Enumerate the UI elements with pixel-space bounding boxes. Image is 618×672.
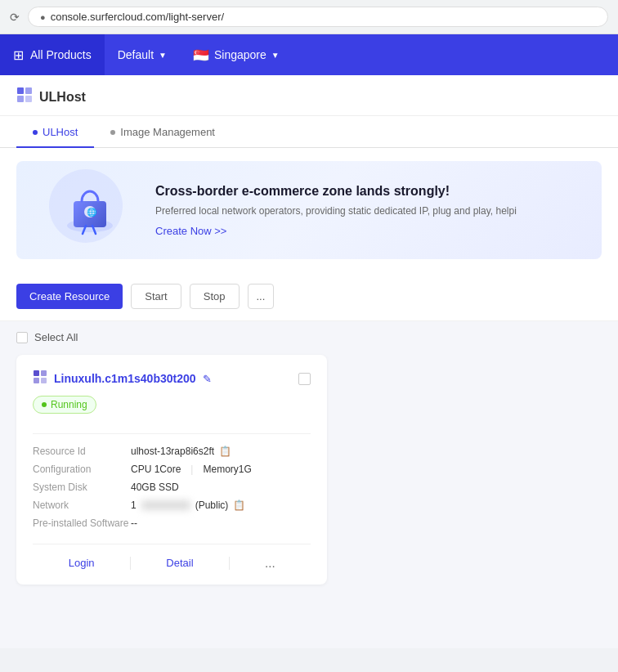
network-public-label: (Public) xyxy=(195,500,229,511)
pipe-separator: | xyxy=(190,464,193,475)
ulhost-icon xyxy=(16,87,33,107)
resource-icon xyxy=(33,370,47,388)
configuration-row: Configuration CPU 1Core | Memory1G xyxy=(33,464,311,475)
list-area: Select All Linuxulh.c1m1s40b30t200 ✎ xyxy=(0,321,618,648)
tab-ulhost[interactable]: ULHost xyxy=(16,116,94,148)
system-disk-value: 40GB SSD xyxy=(131,482,179,493)
edit-icon[interactable]: ✎ xyxy=(203,373,212,385)
copy-network-icon[interactable]: 📋 xyxy=(233,500,245,511)
tab-image-management[interactable]: Image Management xyxy=(94,116,231,148)
banner-icon-wrap: 🌐 xyxy=(61,181,119,240)
network-ip-blurred xyxy=(141,500,190,510)
cpu-value: CPU 1Core xyxy=(131,464,181,475)
system-disk-row: System Disk 40GB SSD xyxy=(33,482,311,493)
all-products-nav[interactable]: ⊞ All Products xyxy=(0,34,105,75)
banner-subtitle: Preferred local network operators, provi… xyxy=(155,205,577,217)
tab-active-dot xyxy=(33,130,38,135)
resource-id-value: ulhost-13rap8i6s2ft 📋 xyxy=(131,446,231,457)
card-divider xyxy=(33,433,311,434)
grid-icon: ⊞ xyxy=(13,47,24,63)
all-products-label: All Products xyxy=(30,48,92,61)
tabs: ULHost Image Management xyxy=(0,116,618,148)
memory-value: Memory1G xyxy=(203,464,251,475)
banner: 🌐 Cross-border e-commerce zone lands str… xyxy=(16,161,602,259)
page-title: ULHost xyxy=(39,90,86,105)
svg-rect-2 xyxy=(17,96,24,102)
card-footer: Login Detail ... xyxy=(33,544,311,570)
banner-text: Cross-border e-commerce zone lands stron… xyxy=(155,184,577,237)
more-button[interactable]: ... xyxy=(248,284,275,309)
pre-installed-label: Pre-installed Software xyxy=(33,517,131,529)
browser-controls: ⟳ xyxy=(10,11,20,24)
card-header: Linuxulh.c1m1s40b30t200 ✎ xyxy=(33,370,311,388)
banner-illustration: 🌐 xyxy=(41,177,139,243)
region-arrow-icon: ▼ xyxy=(271,51,280,60)
resource-id-label: Resource Id xyxy=(33,446,131,457)
region-dropdown[interactable]: 🇸🇬 Singapore ▼ xyxy=(180,34,293,75)
address-bar[interactable]: ● console.surfercloud.com/light-server/ xyxy=(28,7,608,27)
detail-action[interactable]: Detail xyxy=(131,557,228,569)
network-ip-prefix: 1 xyxy=(131,500,137,511)
toolbar: Create Resource Start Stop ... xyxy=(0,272,618,321)
browser-bar: ⟳ ● console.surfercloud.com/light-server… xyxy=(0,0,618,34)
tab-inactive-dot xyxy=(110,130,115,135)
nav-bar: ⊞ All Products Default ▼ 🇸🇬 Singapore ▼ xyxy=(0,34,618,75)
pre-installed-value: -- xyxy=(131,517,137,529)
svg-rect-9 xyxy=(41,370,47,376)
start-button[interactable]: Start xyxy=(131,284,181,309)
network-value: 1 (Public) 📋 xyxy=(131,500,245,511)
stop-button[interactable]: Stop xyxy=(190,284,240,309)
card-details: Resource Id ulhost-13rap8i6s2ft 📋 Config… xyxy=(33,446,311,529)
page-header: ULHost xyxy=(0,75,618,116)
default-arrow-icon: ▼ xyxy=(159,51,167,60)
system-disk-label: System Disk xyxy=(33,482,131,493)
flag-icon: 🇸🇬 xyxy=(193,47,209,63)
page-content: ULHost ULHost Image Management 🌐 xyxy=(0,75,618,648)
reload-icon[interactable]: ⟳ xyxy=(10,11,20,24)
network-label: Network xyxy=(33,500,131,511)
select-all-row: Select All xyxy=(16,331,602,343)
region-label: Singapore xyxy=(214,48,266,61)
default-label: Default xyxy=(118,48,154,61)
pre-installed-row: Pre-installed Software -- xyxy=(33,517,311,529)
select-all-checkbox[interactable] xyxy=(16,332,28,343)
svg-rect-11 xyxy=(41,378,47,383)
resource-name[interactable]: Linuxulh.c1m1s40b30t200 xyxy=(54,372,196,385)
select-all-label[interactable]: Select All xyxy=(34,331,78,343)
banner-link[interactable]: Create Now >> xyxy=(155,225,226,237)
status-badge: Running xyxy=(33,396,96,414)
resource-id-row: Resource Id ulhost-13rap8i6s2ft 📋 xyxy=(33,446,311,457)
svg-text:🌐: 🌐 xyxy=(87,207,97,217)
copy-id-icon[interactable]: 📋 xyxy=(219,446,231,457)
network-row: Network 1 (Public) 📋 xyxy=(33,500,311,511)
create-resource-button[interactable]: Create Resource xyxy=(16,284,123,309)
default-dropdown[interactable]: Default ▼ xyxy=(105,34,180,75)
svg-rect-0 xyxy=(17,87,24,94)
tab-image-label: Image Management xyxy=(120,126,215,138)
status-text: Running xyxy=(51,399,87,410)
svg-rect-3 xyxy=(25,96,32,102)
site-icon: ● xyxy=(40,12,46,22)
banner-title: Cross-border e-commerce zone lands stron… xyxy=(155,184,577,199)
more-action[interactable]: ... xyxy=(230,556,311,570)
configuration-value: CPU 1Core | Memory1G xyxy=(131,464,252,475)
configuration-label: Configuration xyxy=(33,464,131,475)
svg-rect-8 xyxy=(34,370,39,376)
card-checkbox[interactable] xyxy=(298,373,311,385)
svg-rect-1 xyxy=(25,87,32,94)
resource-card: Linuxulh.c1m1s40b30t200 ✎ Running Resour… xyxy=(16,355,327,585)
resource-id-text: ulhost-13rap8i6s2ft xyxy=(131,446,214,457)
status-dot xyxy=(42,402,47,407)
svg-rect-10 xyxy=(34,378,39,383)
login-action[interactable]: Login xyxy=(33,557,130,569)
tab-ulhost-label: ULHost xyxy=(43,126,78,138)
url-text: console.surfercloud.com/light-server/ xyxy=(51,11,224,23)
